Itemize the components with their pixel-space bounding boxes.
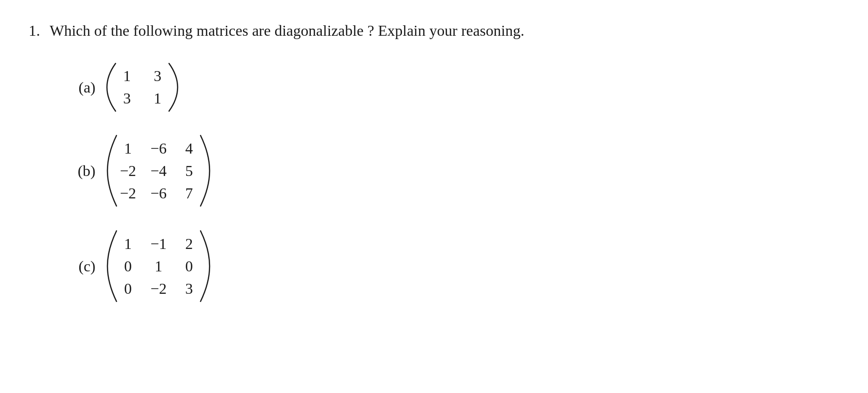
part-a: (a) 1 3 3 1 — [67, 61, 839, 114]
matrix-b-cell-3: −2 — [119, 162, 137, 180]
matrix-b-left-paren — [105, 133, 119, 209]
matrix-b-cell-5: 5 — [180, 162, 198, 180]
part-b: (b) 1 −6 4 −2 −4 5 −2 −6 7 — [67, 133, 839, 209]
matrix-a-cell-3: 1 — [149, 90, 166, 107]
matrix-a-cell-1: 3 — [149, 67, 166, 85]
question-header: 1. Which of the following matrices are d… — [29, 19, 839, 42]
matrix-b-cell-7: −6 — [150, 185, 167, 202]
matrix-b-cell-0: 1 — [119, 140, 137, 157]
question-text: Which of the following matrices are diag… — [50, 19, 524, 42]
matrix-a-cell-0: 1 — [118, 67, 136, 85]
matrix-c-cell-5: 0 — [180, 258, 198, 275]
part-c: (c) 1 −1 2 0 1 0 0 −2 3 — [67, 228, 839, 304]
matrix-b-wrapper: 1 −6 4 −2 −4 5 −2 −6 7 — [105, 133, 212, 209]
matrix-b-cell-6: −2 — [119, 185, 137, 202]
matrix-c-right-paren — [198, 228, 212, 304]
matrix-b-right-paren — [198, 133, 212, 209]
matrix-c-cell-6: 0 — [119, 280, 137, 298]
matrix-a-right-paren — [166, 61, 180, 114]
matrix-c-cell-8: 3 — [180, 280, 198, 298]
matrix-c-cell-4: 1 — [150, 258, 167, 275]
part-b-label: (b) — [67, 162, 95, 180]
matrix-c-cell-0: 1 — [119, 235, 137, 253]
part-c-label: (c) — [67, 258, 95, 275]
matrix-c-body: 1 −1 2 0 1 0 0 −2 3 — [119, 235, 198, 298]
matrix-c-cell-1: −1 — [150, 235, 167, 253]
matrix-a-body: 1 3 3 1 — [118, 67, 166, 107]
matrix-b-cell-1: −6 — [150, 140, 167, 157]
matrix-c-cell-2: 2 — [180, 235, 198, 253]
parts-container: (a) 1 3 3 1 (b) — [29, 61, 839, 304]
matrix-b-cell-4: −4 — [150, 162, 167, 180]
matrix-b-cell-8: 7 — [180, 185, 198, 202]
part-a-label: (a) — [67, 79, 95, 96]
matrix-b-body: 1 −6 4 −2 −4 5 −2 −6 7 — [119, 140, 198, 202]
matrix-a-wrapper: 1 3 3 1 — [105, 61, 180, 114]
question-number: 1. — [29, 19, 40, 42]
question: 1. Which of the following matrices are d… — [29, 19, 839, 304]
matrix-a-cell-2: 3 — [118, 90, 136, 107]
matrix-c-left-paren — [105, 228, 119, 304]
matrix-b-cell-2: 4 — [180, 140, 198, 157]
matrix-c-cell-7: −2 — [150, 280, 167, 298]
matrix-c-wrapper: 1 −1 2 0 1 0 0 −2 3 — [105, 228, 212, 304]
matrix-a-left-paren — [105, 61, 118, 114]
matrix-c-cell-3: 0 — [119, 258, 137, 275]
